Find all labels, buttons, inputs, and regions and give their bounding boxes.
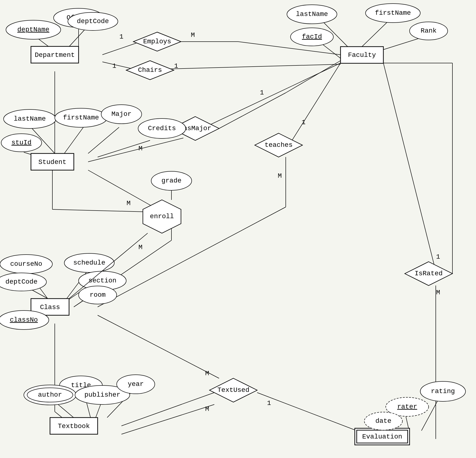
evaluation-label: Evaluation (362, 433, 402, 440)
fac-firstname-text: firstName (375, 9, 411, 17)
class-deptcode-text: deptCode (6, 278, 37, 285)
dept-employs-line (102, 42, 140, 55)
credits-text: Credits (148, 125, 176, 132)
fac-israted-line (383, 63, 436, 271)
fac-lastname-text: lastName (296, 10, 328, 18)
israted-m-label: M (436, 289, 440, 296)
stu-lastname-text: lastName (14, 115, 46, 123)
chairs-1a-label: 1 (112, 62, 116, 70)
deptname-text: deptName (17, 26, 49, 33)
publisher-text: publisher (84, 391, 120, 399)
room-text: room (90, 291, 105, 299)
courseno-text: courseNo (10, 260, 42, 268)
textused-m2-label: M (205, 405, 209, 413)
grade-text: grade (162, 177, 181, 184)
date-text: date (375, 417, 391, 425)
teaches-class-line (98, 207, 286, 307)
chairs-1b-label: 1 (174, 62, 178, 70)
hasmajor-m-label: M (139, 145, 143, 152)
israted-1-label: 1 (436, 253, 440, 260)
class-label: Class (40, 304, 60, 311)
year-text: year (128, 380, 144, 388)
rater-text: rater (397, 403, 417, 410)
textused-1-label: 1 (267, 400, 271, 407)
employs-m-label: M (191, 31, 195, 39)
stu-enroll-bottom (52, 209, 143, 212)
hasmajor-1-label: 1 (260, 89, 264, 96)
stuid-text: stuId (11, 139, 31, 146)
class-textused-line (98, 315, 219, 378)
textbook-label: Textbook (58, 423, 90, 430)
enroll-label: enroll (150, 213, 174, 220)
chairs-fac-line (167, 64, 340, 69)
department-label: Department (35, 51, 75, 59)
dept-chairs-line (102, 62, 133, 69)
chairs-label: Chairs (138, 66, 162, 74)
enroll-m2-label: M (139, 244, 143, 251)
student-label: Student (38, 158, 67, 166)
textbook-textused-line1 (121, 392, 214, 426)
teaches-m-label: M (278, 172, 282, 180)
section-text: section (88, 277, 116, 284)
textused-eval-line (257, 392, 369, 435)
textused-label: TextUsed (217, 386, 249, 394)
deptcode-dept-text: deptCode (77, 18, 109, 25)
employs-1-label: 1 (119, 33, 124, 41)
rating-text: rating (431, 388, 455, 395)
textbook-textused-line2 (121, 404, 214, 434)
stu-major-line (88, 127, 119, 153)
faculty-label: Faculty (348, 51, 376, 59)
major-text: Major (111, 110, 131, 118)
teaches-1-label: 1 (302, 119, 306, 126)
dept-deptcode-line (69, 29, 86, 47)
schedule-text: schedule (73, 259, 105, 266)
facid-text: facId (302, 33, 322, 41)
hasmajor-right-line (219, 93, 286, 128)
employs-label: Employs (143, 38, 171, 45)
stu-firstname-line (64, 127, 83, 153)
author-text: author (38, 391, 62, 399)
classno-text: classNo (10, 316, 38, 324)
er-diagram: Department Faculty Student Class Textboo… (0, 0, 476, 458)
israted-label: IsRated (415, 270, 443, 277)
rank-text: Rank (421, 27, 436, 34)
enroll-m1-label: M (127, 200, 131, 207)
teaches-label: teaches (264, 141, 293, 149)
stu-firstname-text: firstName (63, 114, 99, 121)
textused-m1-label: M (205, 370, 209, 377)
